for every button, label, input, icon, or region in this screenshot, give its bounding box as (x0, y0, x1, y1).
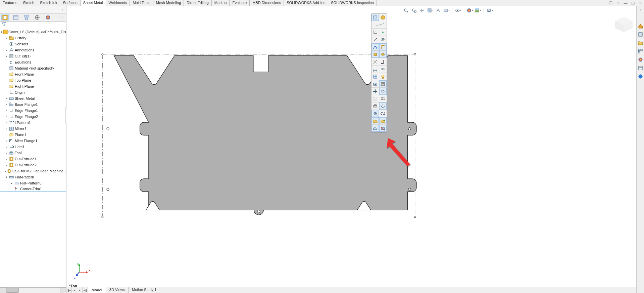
tab-solidworks-addins[interactable]: SOLIDWORKS Add-Ins (284, 0, 328, 6)
line-tool-icon[interactable] (371, 21, 387, 28)
expand-icon[interactable]: ▸ (5, 139, 8, 142)
display-manager-tab-icon[interactable] (44, 14, 52, 21)
zoom-to-fit-icon[interactable] (403, 7, 409, 14)
link-icon[interactable] (379, 110, 387, 117)
tab-mbd-dimensions[interactable]: MBD Dimensions (250, 0, 284, 6)
section-view-icon[interactable] (427, 7, 434, 14)
tab-surfaces[interactable]: Surfaces (60, 0, 80, 6)
extend-icon[interactable] (379, 58, 387, 65)
tab-features[interactable]: Features (0, 0, 20, 6)
expand-icon[interactable]: ▸ (5, 169, 6, 173)
tree-item[interactable]: ▸Edge-Flange1 (0, 108, 66, 114)
tab-markup[interactable]: Markup (212, 0, 230, 6)
tab-sheet-metal[interactable]: Sheet Metal (81, 0, 106, 6)
view-iso-icon[interactable] (379, 14, 387, 21)
open-folder-out-icon[interactable] (379, 117, 387, 124)
tree-item[interactable]: ▸Miter Flange1 (0, 138, 66, 144)
expand-icon[interactable]: ▸ (5, 54, 8, 58)
tab-first-icon[interactable]: ▮◂ (66, 287, 72, 293)
tree-item[interactable]: Plane1 (0, 132, 66, 138)
open-folder-icon[interactable] (371, 117, 379, 124)
task-resources-icon[interactable] (637, 31, 644, 38)
tree-item[interactable]: ▸Sheet-Metal (0, 95, 66, 101)
tree-item[interactable]: Front Plane (0, 71, 66, 77)
expand-icon[interactable]: ▸ (5, 151, 8, 155)
zoom-to-area-icon[interactable] (411, 7, 417, 14)
tree-filter-row[interactable] (0, 22, 66, 28)
print-icon[interactable] (371, 102, 379, 110)
tab-direct-editing[interactable]: Direct Editing (184, 0, 211, 6)
expand-icon[interactable]: ▸ (5, 36, 8, 40)
save-view-icon[interactable] (379, 80, 387, 87)
view-normal-icon[interactable] (371, 14, 379, 21)
task-custom-props-icon[interactable] (637, 65, 644, 71)
scrollbar-thumb[interactable] (6, 288, 19, 293)
collapse-icon[interactable]: ▾ (1, 30, 2, 34)
expand-icon[interactable]: ▸ (5, 145, 8, 149)
tree-item[interactable]: Corner-Trim1 (0, 186, 66, 192)
apply-scene-icon[interactable] (475, 7, 481, 14)
point-tool-icon[interactable] (379, 29, 387, 36)
tree-item[interactable]: Top Plane (0, 77, 66, 83)
expand-icon[interactable]: ▸ (5, 97, 8, 100)
tree-item[interactable]: ▸Mirror1 (0, 126, 66, 132)
close-icon[interactable]: ✕ (637, 0, 643, 6)
tree-item[interactable]: Origin (0, 89, 66, 95)
bottom-tab-3d-views[interactable]: 3D Views (106, 287, 129, 293)
configuration-manager-tab-icon[interactable] (23, 14, 30, 21)
fillet-tool-icon[interactable] (379, 43, 387, 50)
panel-horizontal-scrollbar[interactable] (0, 287, 66, 293)
tree-item[interactable]: ▸Tab1 (0, 150, 66, 156)
screen-capture-icon[interactable] (371, 80, 379, 87)
tree-item[interactable]: ▸Cut list(1) (0, 53, 66, 59)
tree-item[interactable]: ΣEquations (0, 59, 66, 65)
grid-icon[interactable] (371, 73, 379, 80)
expand-icon[interactable]: ▸ (5, 115, 8, 118)
sketch-tool-palette[interactable]: x̄ȳ 3D D1 (371, 13, 387, 132)
previous-view-icon[interactable] (419, 7, 426, 14)
task-design-library-icon[interactable] (637, 40, 644, 46)
expand-icon[interactable]: ▾ (5, 175, 8, 179)
minimize-icon[interactable]: ― (623, 0, 629, 6)
bottom-tab-motion-study[interactable]: Motion Study 1 (129, 287, 160, 293)
feature-tree[interactable]: ▾ Cover_L6 (Default) <<Default>_Display … (0, 28, 66, 287)
feature-manager-tab-icon[interactable] (1, 14, 9, 21)
expand-icon[interactable]: ▸ (10, 181, 13, 185)
rotate-view-icon[interactable] (379, 88, 387, 95)
tree-item[interactable]: ▸Edge-Flange2 (0, 114, 66, 120)
tree-item[interactable]: Material <not specified> (0, 65, 66, 71)
help-icon[interactable]: ? (615, 0, 621, 6)
tree-item[interactable]: ▸Cut-Extrude2 (0, 162, 66, 168)
tree-root[interactable]: ▾ Cover_L6 (Default) <<Default>_Display … (0, 29, 66, 35)
curve-tool-icon[interactable] (371, 43, 379, 50)
settings-gear-icon[interactable] (371, 110, 379, 117)
tab-next-icon[interactable]: ▸ (77, 287, 83, 293)
expand-icon[interactable]: ▸ (5, 163, 8, 167)
extrude-icon[interactable] (371, 51, 379, 58)
tab-mesh-modeling[interactable]: Mesh Modeling (153, 0, 184, 6)
tree-item[interactable]: ▸Base-Flange1 (0, 101, 66, 108)
no-bends-toggle-icon[interactable] (379, 125, 387, 132)
tab-evaluate[interactable]: Evaluate (230, 0, 250, 6)
tab-weldments[interactable]: Weldments (106, 0, 130, 6)
tree-item[interactable]: ▾Flat-Pattern (0, 174, 66, 180)
3dsketch-icon[interactable]: 3D (379, 66, 387, 73)
tree-item[interactable]: ▸Flat-Pattern6 (0, 180, 66, 186)
tree-item[interactable]: ▸Annotations (0, 47, 66, 53)
edit-appearance-icon[interactable] (466, 7, 473, 14)
tree-item[interactable]: ▸LPattern1 (0, 120, 66, 126)
display-style-icon[interactable] (443, 7, 450, 14)
property-manager-tab-icon[interactable] (12, 14, 19, 21)
expand-icon[interactable]: ▸ (5, 121, 8, 124)
d1-handle-icon[interactable] (371, 95, 379, 102)
tab-last-icon[interactable]: ▸▮ (83, 287, 88, 293)
tab-prev-icon[interactable]: ◂ (72, 287, 77, 293)
expand-icon[interactable]: ▸ (5, 48, 8, 52)
task-forum-icon[interactable] (637, 73, 644, 80)
panel-overflow-icon[interactable]: ‹ › (57, 14, 65, 21)
task-appearances-icon[interactable] (637, 56, 644, 63)
tree-item[interactable]: ▸Hem1 (0, 144, 66, 150)
tree-item[interactable]: ▸History (0, 35, 66, 41)
tree-item[interactable]: ▸Cut-Extrude1 (0, 156, 66, 162)
graphics-canvas[interactable]: x̄ȳ 3D D1 (66, 6, 644, 293)
